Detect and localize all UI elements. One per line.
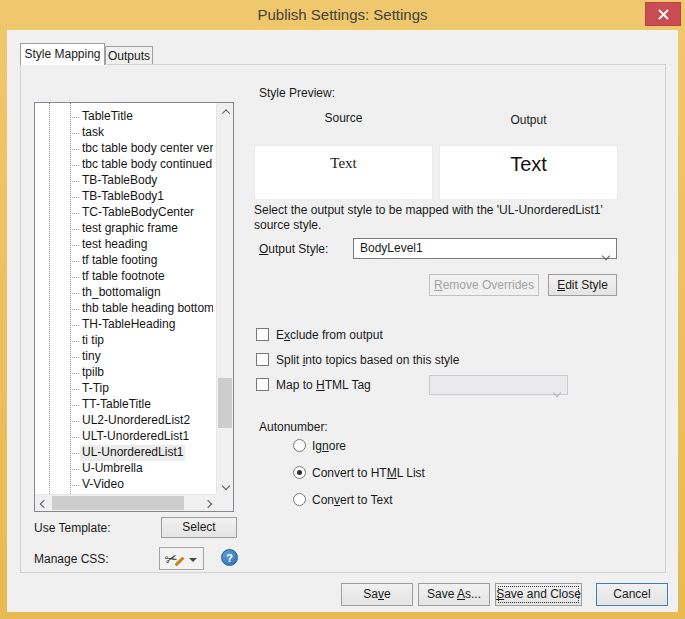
- use-template-label: Use Template:: [34, 521, 110, 535]
- tree-connector: [70, 357, 79, 358]
- list-item[interactable]: ti tip: [35, 333, 216, 349]
- cancel-button[interactable]: Cancel: [596, 583, 668, 606]
- mapping-instruction: Select the output style to be mapped wit…: [254, 203, 642, 233]
- edit-style-button[interactable]: Edit Style: [548, 274, 617, 296]
- list-item-label: tiny: [80, 349, 103, 365]
- radio-convert-to-text[interactable]: [293, 493, 306, 506]
- scroll-up-button[interactable]: [217, 103, 234, 120]
- manage-css-button[interactable]: ✂: [159, 547, 204, 570]
- radio-convert-to-html-list[interactable]: [293, 466, 306, 479]
- list-item-label: V-Video: [80, 477, 126, 493]
- map-to-html-tag-label: Map to HTML Tag: [276, 378, 371, 392]
- tree-connector: [70, 245, 79, 246]
- list-item-label: T-Tip: [80, 381, 111, 397]
- list-item-label: test graphic frame: [80, 221, 180, 237]
- dropdown-arrow-icon: [189, 558, 197, 562]
- horizontal-scroll-thumb[interactable]: [52, 496, 184, 510]
- chevron-down-icon: [554, 383, 560, 402]
- list-item[interactable]: ULT-UnorderedList1: [35, 429, 216, 445]
- style-mapping-pane: TableTitletasktbc table body center vert…: [20, 64, 666, 573]
- radio-ignore[interactable]: [293, 439, 306, 452]
- list-item[interactable]: TH-TableHeading: [35, 317, 216, 333]
- style-list: TableTitletasktbc table body center vert…: [34, 102, 234, 512]
- tree-connector: [70, 405, 79, 406]
- horizontal-scrollbar[interactable]: [35, 494, 216, 511]
- tree-connector: [70, 341, 79, 342]
- list-item[interactable]: TB-TableBody1: [35, 189, 216, 205]
- list-item[interactable]: test graphic frame: [35, 221, 216, 237]
- scroll-right-button[interactable]: [199, 495, 216, 512]
- list-item-label: TB-TableBody1: [80, 189, 166, 205]
- tree-connector: [70, 325, 79, 326]
- remove-overrides-button[interactable]: Remove Overrides: [429, 274, 539, 296]
- list-item[interactable]: tf table footnote: [35, 269, 216, 285]
- list-item[interactable]: thb table heading bottom: [35, 301, 216, 317]
- list-item-label: TH-TableHeading: [80, 317, 177, 333]
- list-item[interactable]: TB-TableBody: [35, 173, 216, 189]
- save-as-button[interactable]: Save As...: [418, 583, 490, 606]
- list-item[interactable]: TC-TableBodyCenter: [35, 205, 216, 221]
- vertical-scrollbar[interactable]: [216, 103, 233, 494]
- list-item[interactable]: tbc table body continued: [35, 157, 216, 173]
- tree-connector: [70, 437, 79, 438]
- list-item[interactable]: tpilb: [35, 365, 216, 381]
- list-item-label: UL-UnorderedList1: [80, 445, 185, 461]
- close-button[interactable]: [645, 2, 681, 26]
- output-style-dropdown[interactable]: BodyLevel1: [353, 238, 617, 259]
- list-item[interactable]: V-Video: [35, 477, 216, 493]
- list-item[interactable]: task: [35, 125, 216, 141]
- list-item[interactable]: tiny: [35, 349, 216, 365]
- chevron-up-icon: [221, 109, 229, 117]
- tree-connector: [70, 277, 79, 278]
- list-item-label: ULT-UnorderedList1: [80, 429, 191, 445]
- list-item-label: U-Umbrella: [80, 461, 145, 477]
- map-to-html-tag-checkbox[interactable]: [256, 378, 269, 391]
- output-style-label: Output Style:: [259, 242, 328, 256]
- scroll-left-button[interactable]: [35, 495, 52, 512]
- split-into-topics-checkbox[interactable]: [256, 353, 269, 366]
- list-item[interactable]: U-Umbrella: [35, 461, 216, 477]
- save-and-close-button[interactable]: Save and Close: [495, 583, 582, 606]
- tree-connector: [70, 309, 79, 310]
- title-bar[interactable]: Publish Settings: Settings: [0, 0, 685, 30]
- list-item[interactable]: tbc table body center vertica: [35, 141, 216, 157]
- list-item[interactable]: UL-UnorderedList1: [35, 445, 216, 461]
- list-item[interactable]: TT-TableTitle: [35, 397, 216, 413]
- scroll-down-button[interactable]: [217, 477, 234, 494]
- tree-connector: [70, 485, 79, 486]
- list-item[interactable]: tf table footing: [35, 253, 216, 269]
- radio-convert-to-html-list-label: Convert to HTML List: [312, 466, 425, 480]
- vertical-scroll-thumb[interactable]: [218, 378, 232, 428]
- list-item[interactable]: UL2-UnorderedList2: [35, 413, 216, 429]
- chevron-down-icon: [221, 481, 229, 489]
- html-tag-dropdown[interactable]: [429, 375, 568, 395]
- list-item[interactable]: TableTitle: [35, 109, 216, 125]
- tab-style-mapping[interactable]: Style Mapping: [20, 43, 105, 65]
- list-item-label: TC-TableBodyCenter: [80, 205, 196, 221]
- tree-connector: [70, 117, 79, 118]
- exclude-from-output-checkbox[interactable]: [256, 328, 269, 341]
- list-item-label: thb table heading bottom: [80, 301, 213, 317]
- list-item[interactable]: T-Tip: [35, 381, 216, 397]
- tab-outputs[interactable]: Outputs: [105, 46, 153, 65]
- list-item[interactable]: th_bottomalign: [35, 285, 216, 301]
- list-item[interactable]: test heading: [35, 237, 216, 253]
- dialog-title: Publish Settings: Settings: [0, 0, 685, 30]
- save-button[interactable]: Save: [341, 583, 413, 606]
- chevron-left-icon: [39, 499, 47, 507]
- tree-connector: [70, 389, 79, 390]
- tree-connector: [70, 213, 79, 214]
- dialog-body: Style Mapping Outputs TableTitletasktbc …: [7, 30, 678, 612]
- tree-connector: [70, 133, 79, 134]
- list-item-label: tpilb: [80, 365, 106, 381]
- tree-connector: [70, 421, 79, 422]
- tree-connector: [70, 453, 79, 454]
- select-template-button[interactable]: Select: [161, 517, 237, 538]
- tree-connector: [70, 197, 79, 198]
- tree-connector: [70, 181, 79, 182]
- tools-icon: ✂: [163, 549, 180, 570]
- help-button[interactable]: ?: [221, 549, 238, 566]
- tree-connector: [70, 293, 79, 294]
- list-item-label: th_bottomalign: [80, 285, 163, 301]
- radio-convert-to-text-label: Convert to Text: [312, 493, 393, 507]
